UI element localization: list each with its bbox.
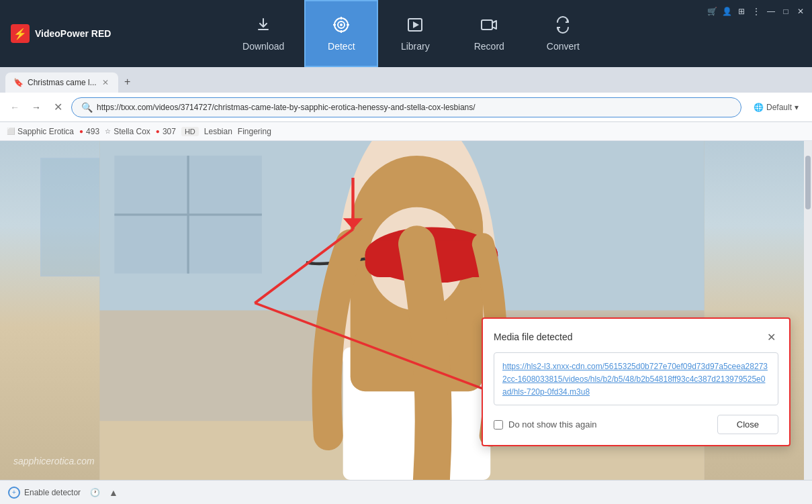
app-title: VideoPower RED xyxy=(35,28,111,39)
forward-button[interactable]: → xyxy=(28,99,44,115)
region-selector[interactable]: 🌐 Default ▾ xyxy=(747,100,805,115)
svg-marker-9 xyxy=(413,21,419,28)
tab-bar: 🔖 Christmas came l... ✕ + xyxy=(0,67,812,93)
new-tab-button[interactable]: + xyxy=(120,74,136,90)
history-button[interactable]: 🕐 xyxy=(87,485,102,500)
tag-lesbian[interactable]: Lesbian xyxy=(204,127,232,136)
app-logo: ⚡ VideoPower RED xyxy=(0,0,122,67)
stop-button[interactable]: ✕ xyxy=(50,99,66,115)
do-not-show-label[interactable]: Do not show this again xyxy=(494,419,597,430)
main-content: sapphicerotica.com Media file de xyxy=(0,141,812,480)
video-watermark: sapphicerotica.com xyxy=(13,456,95,466)
nav-record[interactable]: Record xyxy=(452,0,526,67)
tab-favicon: 🔖 xyxy=(13,78,24,87)
tag-fingering[interactable]: Fingering xyxy=(238,127,271,136)
media-url-box: https://hls2-l3.xnxx-cdn.com/5615325d0b7… xyxy=(494,352,778,405)
record-icon xyxy=(480,15,498,37)
expand-button[interactable]: ▲ xyxy=(109,487,118,498)
video-area: sapphicerotica.com Media file de xyxy=(0,141,804,480)
nav-detect[interactable]: Detect xyxy=(304,0,378,67)
dialog-footer: Do not show this again Close xyxy=(494,415,778,434)
more-button[interactable]: ⋮ xyxy=(750,5,762,17)
user-button[interactable]: 👤 xyxy=(721,5,733,17)
tag-hd: HD xyxy=(181,127,199,136)
library-icon xyxy=(406,15,424,37)
svg-rect-10 xyxy=(482,20,492,30)
window-controls: 🛒 👤 ⊞ ⋮ — □ ✕ xyxy=(701,0,812,17)
dialog-close-button[interactable]: ✕ xyxy=(764,330,778,344)
bottom-bar: + Enable detector 🕐 ▲ xyxy=(0,480,812,504)
nav-detect-label: Detect xyxy=(328,41,355,52)
download-icon xyxy=(254,15,273,37)
tags-bar: ⬜ Sapphic Erotica ● 493 ☆ Stella Cox ● 3… xyxy=(0,122,812,141)
scrollbar-thumb[interactable] xyxy=(805,156,811,209)
convert-icon xyxy=(553,15,572,37)
url-input[interactable] xyxy=(97,103,731,112)
detector-icon: + xyxy=(8,487,20,499)
tag-brand[interactable]: ⬜ Sapphic Erotica xyxy=(7,127,74,136)
nav-convert[interactable]: Convert xyxy=(526,0,600,67)
svg-marker-11 xyxy=(492,21,496,29)
search-icon: 🔍 xyxy=(81,102,93,113)
count-icon-2: ● xyxy=(156,128,160,135)
back-button[interactable]: ← xyxy=(7,99,23,115)
close-window-button[interactable]: ✕ xyxy=(795,5,807,17)
tag-lesbian-label: Lesbian xyxy=(204,127,232,136)
menu-button[interactable]: ⊞ xyxy=(735,5,748,17)
nav-library[interactable]: Library xyxy=(378,0,452,67)
scrollbar[interactable] xyxy=(804,141,812,480)
nav-buttons: Download Detect xyxy=(122,0,701,67)
detect-icon xyxy=(332,15,351,37)
address-bar: ← → ✕ 🔍 🌐 Default ▾ xyxy=(0,93,812,122)
enable-detector-label: Enable detector xyxy=(24,488,81,497)
app-logo-icon: ⚡ xyxy=(11,24,30,43)
tag-count-2: ● 307 xyxy=(156,127,176,136)
tab-close-button[interactable]: ✕ xyxy=(101,77,110,89)
chevron-down-icon: ▾ xyxy=(795,103,799,112)
nav-convert-label: Convert xyxy=(547,41,580,52)
browser-area: 🔖 Christmas came l... ✕ + ← → ✕ 🔍 🌐 Defa… xyxy=(0,67,812,504)
tag-count-1: ● 493 xyxy=(79,127,99,136)
nav-download[interactable]: Download xyxy=(222,0,304,67)
tag-actor[interactable]: ☆ Stella Cox xyxy=(105,127,150,136)
tag-actor-label: Stella Cox xyxy=(114,127,150,136)
media-url-link[interactable]: https://hls2-l3.xnxx-cdn.com/5615325d0b7… xyxy=(502,362,768,397)
count-icon-1: ● xyxy=(79,128,83,135)
enable-detector-button[interactable]: + Enable detector xyxy=(8,487,81,499)
globe-icon: 🌐 xyxy=(754,103,764,112)
dialog-header: Media file detected ✕ xyxy=(494,330,778,344)
nav-download-label: Download xyxy=(242,41,284,52)
svg-point-3 xyxy=(340,23,343,26)
region-label: Default xyxy=(766,103,792,112)
dialog-title: Media file detected xyxy=(494,332,573,342)
media-dialog: Media file detected ✕ https://hls2-l3.xn… xyxy=(482,317,791,446)
svg-rect-0 xyxy=(258,29,269,30)
url-bar[interactable]: 🔍 xyxy=(71,97,741,117)
tab-title: Christmas came l... xyxy=(28,78,97,87)
nav-record-label: Record xyxy=(474,41,504,52)
do-not-show-checkbox[interactable] xyxy=(494,420,503,430)
do-not-show-text: Do not show this again xyxy=(508,419,597,430)
nav-library-label: Library xyxy=(401,41,430,52)
tag-fingering-label: Fingering xyxy=(238,127,271,136)
maximize-button[interactable]: □ xyxy=(780,5,792,17)
minimize-button[interactable]: — xyxy=(765,5,777,17)
tag-count-2-label: 307 xyxy=(163,127,176,136)
titlebar: ⚡ VideoPower RED Download xyxy=(0,0,812,67)
tag-brand-label: Sapphic Erotica xyxy=(17,127,74,136)
dialog-close-action-button[interactable]: Close xyxy=(717,415,778,434)
cart-button[interactable]: 🛒 xyxy=(706,5,718,17)
tag-count-1-label: 493 xyxy=(86,127,99,136)
browser-tab[interactable]: 🔖 Christmas came l... ✕ xyxy=(5,72,118,93)
